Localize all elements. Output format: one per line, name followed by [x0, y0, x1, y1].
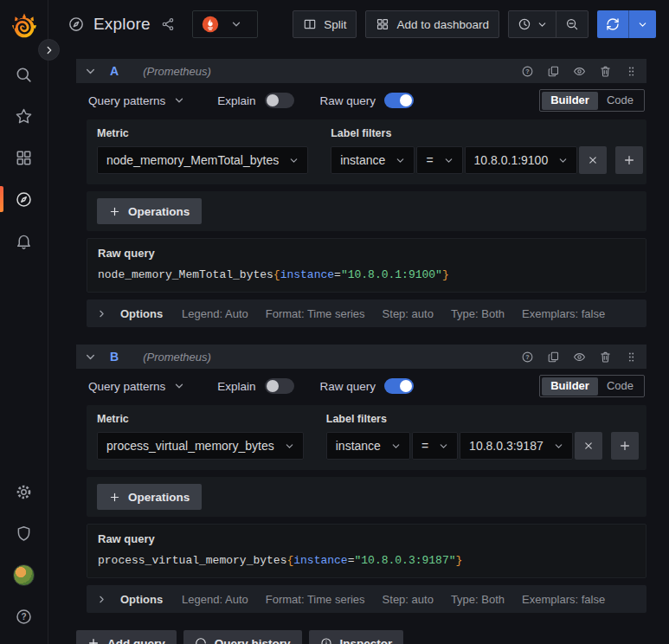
zoom-out-icon — [565, 17, 579, 31]
filter-operator-select[interactable]: = — [412, 432, 458, 460]
remove-query-trash-icon[interactable] — [599, 351, 612, 364]
code-mode-button[interactable]: Code — [598, 377, 642, 396]
expand-sidebar-button[interactable] — [38, 39, 60, 61]
help-icon[interactable] — [521, 351, 534, 364]
hide-response-eye-icon[interactable] — [573, 351, 586, 364]
raw-query-toggle[interactable] — [384, 93, 414, 108]
add-query-label: Add query — [107, 637, 165, 644]
share-icon[interactable] — [161, 17, 175, 31]
raw-query-code: process_virtual_memory_bytes{instance="1… — [98, 554, 462, 567]
drag-handle-icon[interactable] — [625, 65, 638, 78]
time-range-button[interactable] — [509, 11, 556, 37]
add-operations-button[interactable]: Operations — [97, 484, 202, 510]
query-datasource-hint: (Prometheus) — [143, 351, 211, 364]
remove-query-trash-icon[interactable] — [599, 65, 612, 78]
metric-select[interactable]: process_virtual_memory_bytes — [97, 432, 304, 460]
hide-response-eye-icon[interactable] — [573, 65, 586, 78]
sidebar-item-profile[interactable] — [0, 554, 48, 596]
add-query-button[interactable]: Add query — [76, 630, 177, 644]
explain-toggle[interactable] — [265, 378, 294, 394]
clock-icon — [518, 17, 531, 31]
sidebar — [0, 0, 48, 644]
label-filters-label: Label filters — [331, 127, 643, 139]
options-collapse-row[interactable]: Options Legend: Auto Format: Time series… — [87, 585, 646, 613]
plus-icon — [109, 206, 120, 217]
duplicate-query-icon[interactable] — [547, 65, 560, 78]
shield-icon — [15, 525, 33, 543]
sidebar-item-explore[interactable] — [0, 178, 48, 220]
add-operations-button[interactable]: Operations — [97, 198, 202, 224]
filter-key-select[interactable]: instance — [326, 432, 410, 460]
run-query-button[interactable] — [597, 10, 628, 38]
raw-query-toggle[interactable] — [384, 378, 414, 394]
refresh-interval-dropdown[interactable] — [628, 10, 656, 38]
split-button[interactable]: Split — [293, 10, 357, 38]
chevron-down-icon — [231, 19, 241, 29]
filter-value-select[interactable]: 10.8.0.1:9100 — [465, 146, 578, 174]
code-mode-button[interactable]: Code — [598, 92, 642, 110]
chevron-down-icon — [439, 441, 448, 451]
add-filter-button[interactable] — [611, 432, 639, 460]
sidebar-item-configuration[interactable] — [0, 471, 48, 512]
zoom-out-time-button[interactable] — [556, 11, 588, 37]
metric-label: Metric — [97, 127, 308, 139]
add-to-dashboard-label: Add to dashboard — [396, 18, 489, 31]
options-title: Options — [120, 307, 163, 320]
builder-mode-button[interactable]: Builder — [542, 92, 598, 110]
sidebar-item-search[interactable] — [0, 54, 48, 95]
add-filter-button[interactable] — [615, 146, 643, 174]
metric-label: Metric — [97, 413, 304, 425]
builder-mode-button[interactable]: Builder — [542, 377, 598, 396]
plus-icon — [109, 492, 120, 503]
explain-toggle[interactable] — [265, 93, 294, 108]
chevron-down-icon — [285, 441, 294, 451]
sidebar-item-alerting[interactable] — [0, 220, 48, 261]
filter-operator-select[interactable]: = — [416, 146, 462, 174]
remove-filter-button[interactable] — [575, 432, 602, 460]
toggle-knob — [400, 380, 412, 392]
label-filters-field: Label filters instance = 10.8. — [331, 127, 643, 174]
help-icon[interactable] — [521, 65, 534, 78]
add-to-dashboard-button[interactable]: Add to dashboard — [365, 10, 499, 38]
query-patterns-dropdown[interactable]: Query patterns — [88, 94, 184, 107]
query-footer-actions: Add query Query history Inspector — [76, 630, 646, 644]
query-header[interactable]: A (Prometheus) — [76, 59, 646, 83]
raw-query-label: Raw query — [320, 380, 376, 393]
help-icon — [15, 608, 33, 626]
filter-key-value: instance — [340, 153, 385, 167]
chevron-down-icon — [638, 20, 647, 29]
metric-select[interactable]: node_memory_MemTotal_bytes — [97, 146, 308, 174]
close-icon — [587, 154, 599, 166]
query-history-button[interactable]: Query history — [183, 630, 302, 644]
explain-label: Explain — [217, 380, 255, 393]
duplicate-query-icon[interactable] — [547, 351, 560, 364]
raw-query-panel: Raw query node_memory_MemTotal_bytes{ins… — [87, 238, 646, 293]
inspector-label: Inspector — [340, 637, 393, 644]
datasource-picker[interactable] — [192, 10, 258, 38]
operations-panel: Operations — [87, 477, 646, 517]
sidebar-item-dashboards[interactable] — [0, 137, 48, 178]
drag-handle-icon[interactable] — [625, 351, 638, 364]
sidebar-item-help[interactable] — [0, 596, 48, 637]
remove-filter-button[interactable] — [579, 146, 607, 174]
filter-value-select[interactable]: 10.8.0.3:9187 — [460, 432, 573, 460]
code-string-value: "10.8.0.3:9187" — [354, 554, 455, 567]
main-area: Explore Split Add to dashboard — [48, 0, 669, 644]
options-collapse-row[interactable]: Options Legend: Auto Format: Time series… — [87, 299, 646, 327]
sidebar-item-admin[interactable] — [0, 512, 48, 554]
sidebar-item-starred[interactable] — [0, 95, 48, 137]
query-patterns-dropdown[interactable]: Query patterns — [88, 380, 184, 393]
collapse-chevron-icon[interactable] — [85, 351, 96, 363]
inspector-button[interactable]: Inspector — [309, 630, 404, 644]
query-header[interactable]: B (Prometheus) — [76, 345, 646, 369]
query-ref-id: A — [110, 64, 119, 78]
operations-panel: Operations — [87, 191, 646, 231]
operations-label: Operations — [128, 205, 190, 218]
label-filters-field: Label filters instance = 10.8. — [326, 413, 639, 460]
avatar — [13, 564, 35, 586]
grafana-logo[interactable] — [10, 12, 38, 40]
query-editor-toolbar: Query patterns Explain Raw query Builder… — [76, 83, 646, 118]
option-format: Format: Time series — [266, 307, 365, 320]
filter-key-select[interactable]: instance — [331, 146, 415, 174]
collapse-chevron-icon[interactable] — [85, 66, 96, 77]
